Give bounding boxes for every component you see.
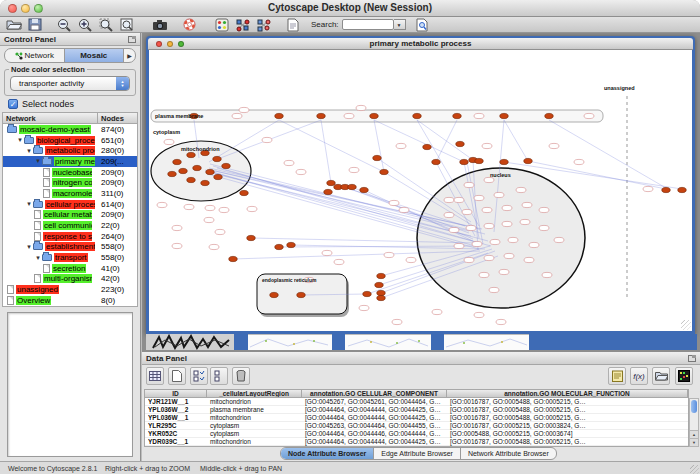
tree-row[interactable]: nitrogen compo209(0) [3,177,137,188]
node-label-oval[interactable] [549,143,559,148]
float-panel-icon[interactable] [688,355,696,362]
network-node[interactable] [524,158,532,163]
canvas-resize-grip[interactable] [681,320,691,330]
node-label-oval[interactable] [262,137,272,142]
node-label-oval[interactable] [554,237,564,242]
node-label-oval[interactable] [484,223,494,228]
search-input[interactable] [342,19,394,30]
tree-row[interactable]: Overview8(0) [3,295,137,306]
tree-col-divider[interactable] [97,113,98,123]
node-label-oval[interactable] [359,305,369,310]
column-header-id[interactable]: ID [145,390,207,397]
network-node[interactable] [240,190,248,195]
expand-arrow-icon[interactable]: ▾ [34,254,42,262]
network-node[interactable] [500,113,508,118]
help-button[interactable] [180,17,198,32]
load-attributes-button[interactable] [652,367,670,385]
expand-arrow-icon[interactable]: ▾ [25,147,33,155]
node-label-oval[interactable] [508,237,518,242]
network-node[interactable] [377,273,385,278]
delete-attribute-button[interactable] [232,367,250,385]
network-node[interactable] [432,159,440,164]
network-node[interactable] [423,144,431,149]
tab-mosaic[interactable]: Mosaic [64,49,124,62]
tree-row[interactable]: secretion41(0) [3,263,137,274]
annotation-button[interactable] [284,17,302,32]
node-label-oval[interactable] [499,269,509,274]
network-node[interactable] [201,180,209,185]
resize-grip[interactable] [690,465,699,474]
node-label-oval[interactable] [462,209,472,214]
expand-arrow-icon[interactable]: ▾ [25,243,33,251]
column-header-molecular-function[interactable]: annotation.GO MOLECULAR_FUNCTION [447,390,688,397]
network-node[interactable] [222,163,230,168]
tab-edge-attribute-browser[interactable]: Edge Attribute Browser [373,448,460,459]
tabs-overflow-arrow[interactable]: ▶ [123,49,135,62]
zoom-in-button[interactable] [76,17,94,32]
vizmapper-button[interactable] [213,17,231,32]
network-edge[interactable] [504,120,528,161]
background-window-frame[interactable] [431,334,444,350]
node-color-select[interactable]: transporter activity ▲▼ [10,76,130,91]
select-attributes-button[interactable] [190,367,208,385]
network-node[interactable] [377,290,385,295]
network-node[interactable] [168,171,176,176]
tree-row[interactable]: multi-organism pro42(0) [3,274,137,285]
network-node[interactable] [327,180,335,185]
tab-node-attribute-browser[interactable]: Node Attribute Browser [281,448,373,459]
network-node[interactable] [375,282,383,287]
node-label-oval[interactable] [432,309,442,314]
network-node[interactable] [270,292,278,297]
node-label-oval[interactable] [396,143,406,148]
function-builder-button[interactable]: f(x) [630,367,648,385]
network-node[interactable] [377,295,385,300]
node-label-oval[interactable] [157,202,167,207]
background-window-canvas[interactable] [345,334,431,350]
background-window-frame[interactable] [529,334,697,350]
float-panel-icon[interactable] [128,36,136,43]
network-view-b-button[interactable] [255,17,273,32]
network-node[interactable] [247,235,255,240]
table-row[interactable]: YDR039C__1mitochondrion[GO:0044464, GO:0… [145,438,688,446]
node-label-oval[interactable] [484,255,494,260]
node-label-oval[interactable] [496,319,506,324]
tree-row[interactable]: cellular metabo209(0) [3,210,137,221]
node-label-oval[interactable] [489,287,499,292]
node-label-oval[interactable] [164,139,174,144]
node-label-oval[interactable] [484,177,494,182]
node-label-oval[interactable] [184,204,194,209]
network-node[interactable] [193,165,201,170]
attribute-grid-button[interactable] [146,367,164,385]
network-node[interactable] [287,242,295,247]
node-label-oval[interactable] [529,242,539,247]
node-label-oval[interactable] [502,205,512,210]
node-label-oval[interactable] [349,167,359,172]
table-row[interactable]: YPL036W__2plasma membrane[GO:0044464, GO… [145,406,688,414]
node-label-oval[interactable] [490,239,500,244]
node-label-oval[interactable] [356,105,366,110]
network-node[interactable] [317,113,325,118]
import-notepad-button[interactable] [608,367,626,385]
network-node[interactable] [173,159,181,164]
save-button[interactable] [26,17,44,32]
node-label-oval[interactable] [399,207,409,212]
snapshot-button[interactable] [151,17,169,32]
node-label-oval[interactable] [172,225,182,230]
background-window-canvas[interactable] [444,334,529,350]
advanced-search-button[interactable] [414,17,432,32]
node-label-oval[interactable] [205,205,215,210]
network-node[interactable] [275,113,283,118]
node-label-oval[interactable] [643,186,653,191]
network-node[interactable] [179,168,187,173]
node-label-oval[interactable] [574,159,584,164]
tree-row[interactable]: cell communicat22(0) [3,220,137,231]
network-node[interactable] [373,155,381,160]
select-nodes-checkbox[interactable]: ✓ [8,99,18,109]
node-label-oval[interactable] [392,319,402,324]
node-label-oval[interactable] [344,113,354,118]
node-label-oval[interactable] [232,113,242,118]
open-button[interactable] [5,17,23,32]
node-label-oval[interactable] [322,250,332,255]
tree-row[interactable]: ▾transport558(0) [3,252,137,263]
node-label-oval[interactable] [522,202,532,207]
